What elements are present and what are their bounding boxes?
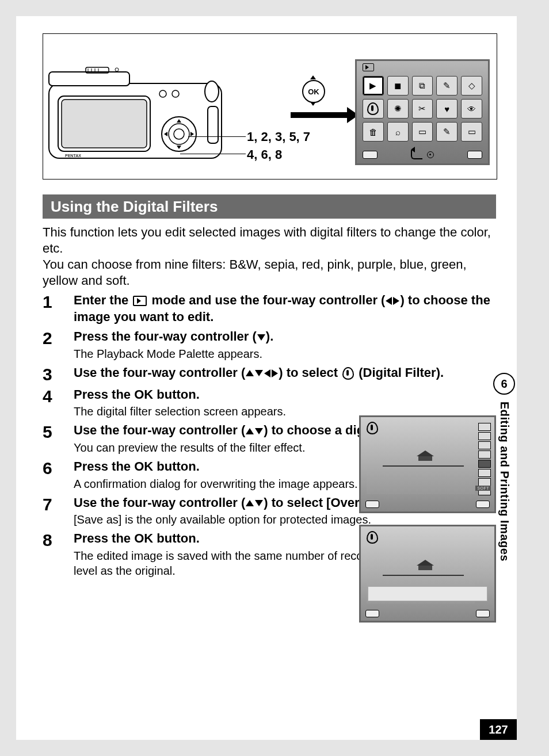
digital-filter-icon	[367, 102, 379, 115]
step-number: 5	[43, 422, 74, 455]
up-icon	[246, 370, 254, 376]
step-4: 4 Press the OK button. The digital filte…	[43, 387, 496, 419]
text: Enter the	[74, 293, 132, 307]
palette-bottom	[363, 150, 482, 160]
playback-icon	[363, 63, 374, 71]
digital-filter-icon	[367, 422, 378, 434]
step-number: 4	[43, 387, 74, 419]
svg-point-10	[159, 90, 166, 97]
svg-point-7	[115, 68, 119, 71]
ok-label: OK	[134, 387, 153, 402]
palette-cell: ✺	[387, 99, 409, 119]
leader-line-2	[180, 154, 246, 154]
intro-p1: This function lets you edit selected ima…	[43, 224, 496, 257]
bottom-right-button-icon	[476, 610, 490, 617]
confirmation-screen	[359, 525, 496, 623]
ok-label: OK	[134, 531, 153, 545]
left-icon	[386, 297, 392, 305]
text: Use the four-way controller (	[74, 365, 245, 380]
text: Press the	[74, 459, 134, 474]
text: Press the	[74, 531, 134, 545]
intro-text: This function lets you edit selected ima…	[43, 224, 496, 289]
filter-swatch	[478, 432, 491, 440]
filter-swatch	[478, 469, 491, 477]
palette-cell: ▭	[461, 122, 482, 142]
chapter-badge: 6	[493, 373, 515, 395]
palette-cell: ◇	[461, 76, 482, 96]
palette-cell: ✂	[412, 99, 433, 119]
palette-cell: ⌕	[387, 122, 409, 142]
svg-rect-13	[208, 106, 218, 143]
svg-rect-1	[49, 72, 129, 86]
camera-illustration: PENTAX	[48, 66, 226, 170]
palette-cell: ✎	[436, 122, 458, 142]
back-icon	[411, 150, 422, 159]
figure-step-labels: 1, 2, 3, 5, 7 4, 6, 8	[247, 128, 310, 164]
step-4-title: Press the OK button.	[74, 387, 496, 403]
step-1: 1 Enter the mode and use the four-way co…	[43, 292, 496, 325]
down-icon	[255, 370, 263, 376]
filter-swatch	[478, 478, 491, 486]
step-number: 8	[43, 530, 74, 578]
step-3: 3 Use the four-way controller () to sele…	[43, 365, 496, 383]
step-number: 1	[43, 292, 74, 325]
right-icon	[393, 297, 399, 305]
svg-text:PENTAX: PENTAX	[65, 154, 81, 158]
text: button.	[153, 387, 200, 402]
ok-dot-icon	[427, 151, 434, 158]
step-2-desc: The Playback Mode Palette appears.	[74, 346, 496, 361]
filter-swatch	[478, 450, 491, 459]
text: ).	[266, 329, 273, 343]
palette-screen: ▶ ◼ ⧉ ✎ ◇ ✺ ✂ ♥ 👁 🗑 ⌕ ▭ ✎ ▭	[355, 59, 490, 165]
filter-swatch	[478, 441, 491, 449]
ok-down-icon	[310, 102, 316, 106]
arrow-icon	[291, 112, 348, 118]
text: button.	[153, 459, 200, 474]
text: ) to select	[279, 365, 341, 380]
digital-filter-icon	[342, 367, 354, 380]
palette-cell: ✎	[436, 76, 458, 96]
up-icon	[246, 500, 254, 506]
digital-filter-icon	[367, 531, 378, 544]
svg-point-11	[172, 90, 179, 97]
step-2-title: Press the four-way controller ().	[74, 329, 496, 345]
ok-label: OK	[134, 459, 153, 474]
text: (Digital Filter).	[355, 365, 444, 380]
down-icon	[255, 500, 263, 506]
text: Press the	[74, 387, 134, 402]
chapter-label: Editing and Printing Images	[498, 402, 511, 562]
palette-cell: ◼	[387, 76, 409, 96]
page-number: 127	[480, 719, 517, 740]
leader-line-1	[188, 136, 246, 137]
down-icon	[255, 428, 263, 434]
figure-label-2: 4, 6, 8	[247, 146, 310, 164]
dialog-strip	[368, 586, 487, 601]
bottom-left-button-icon	[365, 610, 379, 617]
palette-cell: ▭	[412, 122, 433, 142]
soft-label: SOFT	[475, 486, 491, 491]
text: mode and use the four-way controller (	[148, 293, 385, 307]
preview-image	[367, 438, 475, 494]
figure-label-1: 1, 2, 3, 5, 7	[247, 128, 310, 146]
svg-point-16	[174, 129, 184, 139]
step-number: 7	[43, 495, 74, 528]
step-number: 2	[43, 329, 74, 361]
page: 6 Editing and Printing Images 127 PENTAX	[16, 16, 517, 740]
palette-cell: ▶	[363, 76, 384, 96]
playback-mode-icon	[133, 296, 147, 306]
text: Press the four-way controller (	[74, 329, 257, 343]
text: Use the four-way controller (	[74, 495, 245, 510]
step-3-title: Use the four-way controller () to select…	[74, 365, 496, 381]
filter-preview-screen: SOFT	[359, 415, 496, 513]
palette-cell: ⧉	[412, 76, 433, 96]
palette-cell: 👁	[461, 99, 482, 119]
down-icon	[257, 334, 265, 341]
figure-box: PENTAX OK 1, 2, 3, 5, 7 4, 6, 8 ▶ ◼ ⧉ ✎ …	[43, 33, 497, 180]
palette-left-button-icon	[363, 151, 378, 159]
filter-swatch	[478, 423, 491, 431]
intro-p2: You can choose from nine filters: B&W, s…	[43, 257, 496, 289]
bottom-left-button-icon	[365, 501, 379, 508]
right-icon	[272, 369, 278, 377]
screen-bottom	[365, 501, 490, 508]
up-icon	[246, 428, 254, 434]
